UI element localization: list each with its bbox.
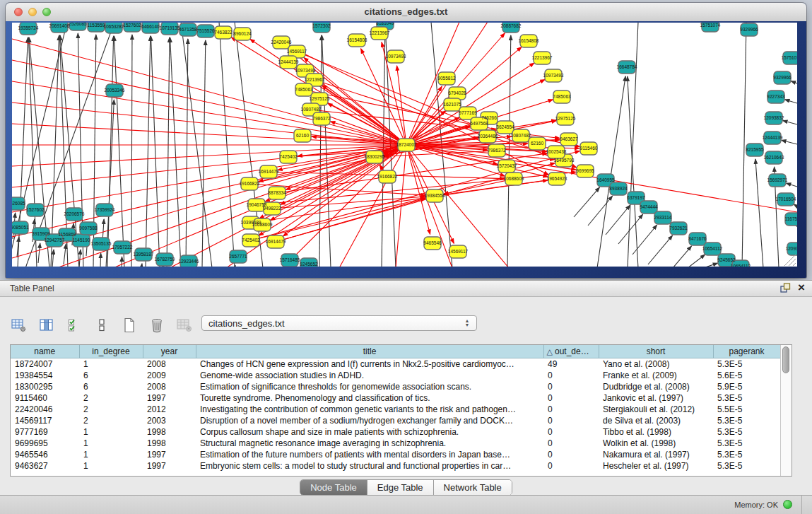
column-header-year[interactable]: year: [143, 345, 196, 358]
table-cell[interactable]: 0: [543, 438, 599, 449]
graph-edge[interactable]: [12, 39, 406, 145]
table-cell[interactable]: de Silva et al. (2003): [599, 415, 713, 426]
graph-edge[interactable]: [122, 257, 122, 267]
table-cell[interactable]: 2008: [143, 358, 196, 370]
table-cell[interactable]: 1: [79, 449, 143, 460]
graph-edge[interactable]: [703, 263, 718, 267]
table-settings-icon[interactable]: [10, 315, 28, 335]
table-cell[interactable]: 5.9E-5: [713, 381, 780, 392]
tab-edge-table[interactable]: Edge Table: [367, 480, 434, 495]
graph-edge[interactable]: [397, 66, 406, 145]
graph-edge[interactable]: [107, 36, 114, 267]
table-cell[interactable]: 5.3E-5: [713, 392, 780, 404]
table-row[interactable]: 1872400712008Changes of HCN gene express…: [11, 358, 780, 370]
graph-edge[interactable]: [618, 214, 643, 244]
table-cell[interactable]: Investigating the contribution of common…: [196, 404, 543, 415]
table-cell[interactable]: 5.3E-5: [713, 358, 780, 370]
table-cell[interactable]: 9465546: [11, 449, 79, 460]
table-cell[interactable]: 2003: [143, 415, 196, 426]
float-panel-icon[interactable]: [779, 282, 791, 293]
graph-edge[interactable]: [12, 145, 406, 237]
graph-edge[interactable]: [755, 159, 763, 267]
table-cell[interactable]: 6: [79, 370, 143, 381]
table-row[interactable]: 946554611997Estimation of the future num…: [11, 449, 780, 460]
table-row[interactable]: 1456911722003Disruption of a novel membe…: [11, 415, 780, 426]
table-row[interactable]: 911546021997Tourette syndrome. Phenomeno…: [11, 392, 780, 404]
table-cell[interactable]: Stergiakouli et al. (2012): [599, 404, 713, 415]
column-header-short[interactable]: short: [599, 345, 713, 358]
table-scrollbar-thumb[interactable]: [782, 346, 789, 373]
graph-edge[interactable]: [38, 243, 40, 263]
graph-edge[interactable]: [628, 23, 638, 267]
table-cell[interactable]: 5.5E-5: [713, 404, 780, 415]
table-cell[interactable]: Franke et al. (2009): [599, 370, 713, 381]
table-cell[interactable]: 1: [79, 358, 143, 370]
table-row[interactable]: 969969511998Structural magnetic resonanc…: [11, 438, 780, 449]
table-cell[interactable]: 18724007: [11, 358, 79, 370]
window-titlebar[interactable]: citations_edges.txt: [6, 3, 806, 22]
graph-edge[interactable]: [141, 264, 142, 267]
table-row[interactable]: 1938455462009Genome-wide association stu…: [11, 370, 780, 381]
graph-edge[interactable]: [250, 39, 406, 145]
table-cell[interactable]: 1998: [143, 426, 196, 438]
graph-edge[interactable]: [673, 246, 692, 267]
table-cell[interactable]: 2: [79, 404, 143, 415]
table-cell[interactable]: 1: [79, 426, 143, 438]
table-cell[interactable]: 1997: [143, 460, 196, 472]
table-cell[interactable]: 5.3E-5: [713, 415, 780, 426]
table-cell[interactable]: 9115460: [11, 392, 79, 404]
table-cell[interactable]: 2: [79, 392, 143, 404]
table-cell[interactable]: Structural magnetic resonance image aver…: [196, 438, 543, 449]
table-cell[interactable]: 0: [543, 392, 599, 404]
canvas-resize-grip[interactable]: [784, 255, 796, 266]
graph-edge[interactable]: [688, 255, 705, 267]
column-header-pagerank[interactable]: pagerank: [713, 345, 780, 358]
graph-edge[interactable]: [648, 235, 673, 264]
graph-edge[interactable]: [597, 76, 625, 267]
table-row[interactable]: 1830029562008Estimation of significance …: [11, 381, 780, 392]
table-cell[interactable]: 2009: [143, 370, 196, 381]
column-header-name[interactable]: name: [11, 345, 79, 358]
table-cell[interactable]: Disruption of a novel member of a sodium…: [196, 415, 543, 426]
table-cell[interactable]: Genome-wide association studies in ADHD.: [196, 370, 543, 381]
table-cell[interactable]: Wolkin et al. (1998): [599, 438, 713, 449]
column-header-in_degree[interactable]: in_degree: [79, 345, 143, 358]
graph-edge[interactable]: [574, 187, 599, 217]
table-cell[interactable]: Hescheler et al. (1997): [599, 460, 713, 472]
table-cell[interactable]: 5.3E-5: [713, 438, 780, 449]
table-cell[interactable]: 2012: [143, 404, 196, 415]
table-cell[interactable]: Estimation of the future numbers of pati…: [196, 449, 543, 460]
table-cell[interactable]: 0: [543, 449, 599, 460]
tab-node-table[interactable]: Node Table: [300, 480, 367, 495]
table-cell[interactable]: Tourette syndrome. Phenomenology and cla…: [196, 392, 543, 404]
graph-edge[interactable]: [322, 35, 331, 267]
table-cell[interactable]: 1: [79, 438, 143, 449]
table-cell[interactable]: 1997: [143, 449, 196, 460]
citation-network-graph[interactable]: 1872400718300295193845541935572420691406…: [12, 23, 797, 267]
table-cell[interactable]: Changes of HCN gene expression and I(f) …: [196, 358, 543, 370]
table-cell[interactable]: 0: [543, 404, 599, 415]
table-cell[interactable]: 0: [543, 426, 599, 438]
table-cell[interactable]: Corpus callosum shape and size in male p…: [196, 426, 543, 438]
column-header-title[interactable]: title: [196, 345, 543, 358]
table-row[interactable]: 2242004622012Investigating the contribut…: [11, 404, 780, 415]
delete-icon[interactable]: [148, 315, 166, 335]
table-cell[interactable]: 0: [543, 415, 599, 426]
table-cell[interactable]: 2: [79, 415, 143, 426]
table-cell[interactable]: Dudbridge et al. (2008): [599, 381, 713, 392]
table-cell[interactable]: 22420046: [11, 404, 79, 415]
graph-edge[interactable]: [64, 244, 66, 264]
table-cell[interactable]: 9463627: [11, 460, 79, 472]
graph-edge[interactable]: [319, 35, 322, 267]
table-cell[interactable]: 9699695: [11, 438, 79, 449]
table-cell[interactable]: 6: [79, 381, 143, 392]
table-cell[interactable]: 5.6E-5: [713, 370, 780, 381]
tab-network-table[interactable]: Network Table: [434, 480, 512, 495]
table-cell[interactable]: Jankovic et al. (1997): [599, 392, 713, 404]
graph-edge[interactable]: [786, 183, 797, 187]
network-canvas[interactable]: 1872400718300295193845541935572420691406…: [12, 23, 797, 267]
table-cell[interactable]: Yano et al. (2008): [599, 358, 713, 370]
new-file-icon[interactable]: [120, 315, 139, 335]
graph-edge[interactable]: [791, 81, 797, 83]
graph-edge[interactable]: [606, 205, 630, 235]
